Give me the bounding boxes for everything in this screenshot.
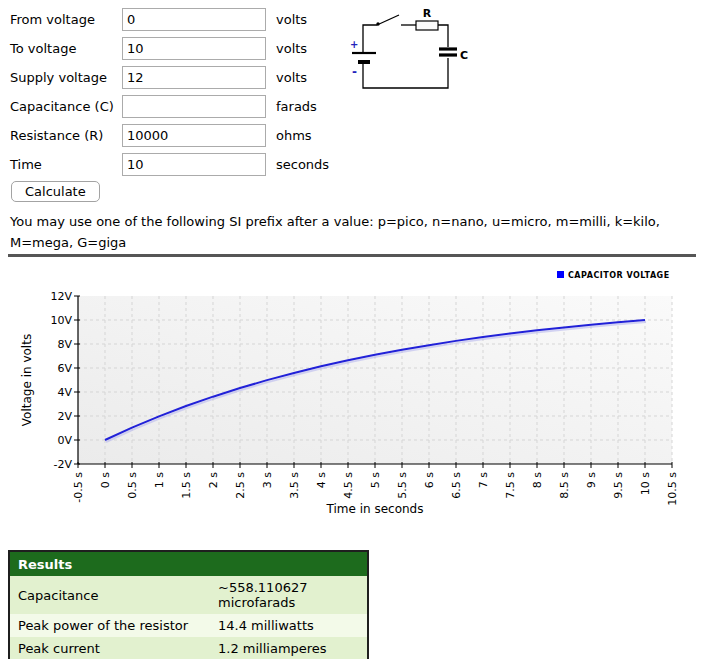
page-root: { "form": { "rows": [ { "label": "From v…	[0, 0, 725, 659]
results-header: Results	[9, 551, 368, 576]
plot-area-group: -0.5 s0 s0.5 s1 s1.5 s2 s2.5 s3 s3.5 s4 …	[50, 290, 679, 506]
x-tick-label: 8 s	[531, 472, 544, 488]
x-tick-label: 3.5 s	[288, 472, 301, 499]
x-tick-label: 5.5 s	[396, 472, 409, 499]
result-value-capacitance: ~558.110627 microfarads	[210, 576, 368, 614]
x-tick-label: 9.5 s	[612, 472, 625, 499]
x-tick-label: 4.5 s	[342, 472, 355, 499]
x-tick-label: 3 s	[261, 472, 274, 488]
si-prefix-note: You may use one of the following SI pref…	[10, 211, 710, 253]
battery-plus-label: +	[350, 39, 358, 50]
calculate-button[interactable]: Calculate	[11, 181, 100, 202]
capacitor-label: C	[460, 49, 468, 62]
x-tick-label: 7.5 s	[504, 472, 517, 499]
to-voltage-input[interactable]	[122, 37, 266, 60]
from-voltage-label: From voltage	[10, 12, 122, 27]
y-tick-label: 12V	[50, 290, 72, 303]
y-axis-title: Voltage in volts	[20, 334, 34, 426]
switch-blade	[377, 15, 399, 25]
supply-voltage-unit: volts	[276, 70, 307, 85]
x-tick-label: 1.5 s	[180, 472, 193, 499]
time-input[interactable]	[122, 153, 266, 176]
resistor-label: R	[423, 7, 432, 20]
supply-voltage-input[interactable]	[122, 66, 266, 89]
resistance-input[interactable]	[122, 124, 266, 147]
results-table: Results Capacitance ~558.110627 microfar…	[8, 550, 369, 659]
rc-circuit-diagram: R C + -	[345, 2, 480, 97]
time-unit: seconds	[276, 157, 329, 172]
x-tick-label: 2.5 s	[234, 472, 247, 499]
x-tick-label: 1 s	[153, 472, 166, 488]
from-voltage-unit: volts	[276, 12, 307, 27]
capacitance-unit: farads	[276, 99, 317, 114]
x-tick-label: 10 s	[639, 472, 652, 495]
x-tick-label: 7 s	[477, 472, 490, 488]
form-row-from-voltage: From voltage volts	[10, 8, 329, 31]
x-axis-title: Time in seconds	[326, 502, 424, 516]
x-tick-label: 8.5 s	[558, 472, 571, 499]
y-tick-label: 6V	[57, 362, 72, 375]
y-tick-label: 4V	[57, 386, 72, 399]
capacitance-label: Capacitance (C)	[10, 99, 122, 114]
supply-voltage-label: Supply voltage	[10, 70, 122, 85]
table-row: Peak power of the resistor 14.4 milliwat…	[9, 614, 368, 637]
y-tick-label: 0V	[57, 434, 72, 447]
x-tick-label: 5 s	[369, 472, 382, 488]
capacitor-voltage-chart: CAPACITOR VOLTAGE -0.5 s0 s0.5 s1 s1.5 s…	[0, 258, 725, 533]
resistance-unit: ohms	[276, 128, 312, 143]
form-row-resistance: Resistance (R) ohms	[10, 124, 329, 147]
legend-label: CAPACITOR VOLTAGE	[568, 271, 670, 280]
resistance-label: Resistance (R)	[10, 128, 122, 143]
result-label-peak-power: Peak power of the resistor	[9, 614, 210, 637]
form-row-time: Time seconds	[10, 153, 329, 176]
x-tick-label: 6.5 s	[450, 472, 463, 499]
x-tick-label: 0 s	[99, 472, 112, 488]
switch-pivot-dot	[376, 22, 379, 25]
x-tick-label: 4 s	[315, 472, 328, 488]
result-label-capacitance: Capacitance	[9, 576, 210, 614]
table-row: Peak current 1.2 milliamperes	[9, 637, 368, 659]
x-tick-label: 6 s	[423, 472, 436, 488]
form-row-capacitance: Capacitance (C) farads	[10, 95, 329, 118]
form-row-supply-voltage: Supply voltage volts	[10, 66, 329, 89]
results-header-row: Results	[9, 551, 368, 576]
x-tick-label: -0.5 s	[72, 472, 85, 503]
x-tick-label: 2 s	[207, 472, 220, 488]
from-voltage-input[interactable]	[122, 8, 266, 31]
horizontal-divider	[8, 254, 696, 257]
to-voltage-label: To voltage	[10, 41, 122, 56]
form-row-to-voltage: To voltage volts	[10, 37, 329, 60]
table-row: Capacitance ~558.110627 microfarads	[9, 576, 368, 614]
y-tick-label: -2V	[54, 458, 73, 471]
y-tick-label: 8V	[57, 338, 72, 351]
y-tick-label: 10V	[50, 314, 72, 327]
resistor-symbol	[416, 21, 438, 30]
to-voltage-unit: volts	[276, 41, 307, 56]
result-value-peak-power: 14.4 milliwatts	[210, 614, 368, 637]
calculator-form: From voltage volts To voltage volts Supp…	[10, 8, 329, 176]
legend-swatch	[557, 271, 564, 278]
result-label-peak-current: Peak current	[9, 637, 210, 659]
x-tick-label: 10.5 s	[666, 472, 679, 506]
circuit-wires	[363, 25, 448, 88]
battery-minus-label: -	[352, 65, 357, 79]
x-tick-label: 9 s	[585, 472, 598, 488]
y-tick-label: 2V	[57, 410, 72, 423]
x-tick-label: 0.5 s	[126, 472, 139, 499]
time-label: Time	[10, 157, 122, 172]
result-value-peak-current: 1.2 milliamperes	[210, 637, 368, 659]
capacitance-input[interactable]	[122, 95, 266, 118]
